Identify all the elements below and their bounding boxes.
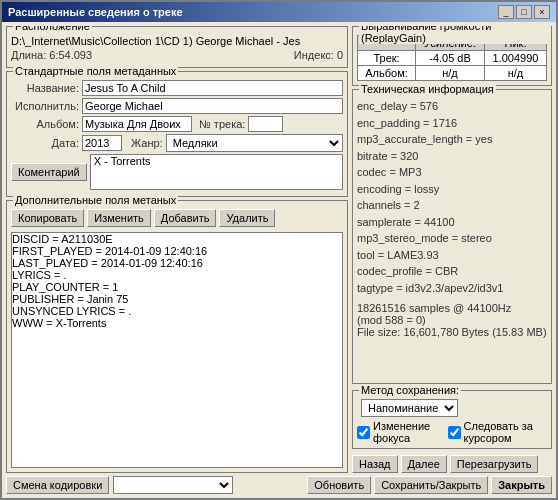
title-bar: Расширенные сведения о треке _ □ × [2,2,556,22]
rg-album-gain: н/д [416,66,485,81]
replaygain-group: Выравнивание громкости (ReplayGain) Усил… [352,26,552,86]
encoding-button[interactable]: Смена кодировки [6,476,109,494]
bottom-bar: Смена кодировки Обновить Сохранить/Закры… [6,476,552,494]
close-window-button[interactable]: Закрыть [491,476,552,494]
follow-cursor-label: Следовать за курсором [448,420,547,444]
comment-button[interactable]: Коментарий [11,163,87,181]
track-label: № трека: [199,118,245,130]
rg-track-peak: 1.004990 [484,51,546,66]
tech-info-label: Техническая информация [359,83,496,95]
location-group-label: Расположение [13,26,92,32]
copy-button[interactable]: Копировать [11,209,84,227]
date-genre-row: Дата: Жанр: Медляки [11,134,343,152]
tech-line-0: enc_delay = 576 [357,98,547,115]
replaygain-label: Выравнивание громкости (ReplayGain) [359,26,551,44]
tech-samples: 18261516 samples @ 44100Hz [357,302,547,314]
duration-label: Длина: [11,49,46,61]
artist-row: Исполнитль: [11,98,343,114]
encoding-row: Смена кодировки [6,476,233,494]
rg-track-row: Трек: -4.05 dB 1.004990 [358,51,547,66]
change-focus-text: Изменение фокуса [373,420,440,444]
window-title: Расширенные сведения о треке [8,6,183,18]
genre-label: Жанр: [131,137,163,149]
change-focus-label: Изменение фокуса [357,420,440,444]
remove-button[interactable]: Удалить [219,209,275,227]
artist-label: Исполнитль: [11,100,79,112]
tech-line-3: bitrate = 320 [357,148,547,165]
comment-textarea[interactable]: X - Torrents [90,154,343,190]
change-focus-checkbox[interactable] [357,426,370,439]
album-input[interactable] [82,116,192,132]
track-input[interactable] [248,116,283,132]
rg-track-label: Трек: [358,51,416,66]
tech-line-10: codec_profile = CBR [357,263,547,280]
rg-album-row: Альбом: н/д н/д [358,66,547,81]
left-column: Расположение D:\_Internet\Music\Collecti… [6,26,348,473]
index-label: Индекс: [294,49,334,61]
tech-info-content: enc_delay = 576 enc_padding = 1716 mp3_a… [357,98,547,296]
location-meta-row: Длина: 6:54.093 Индекс: 0 [11,49,343,61]
custom-meta-label: Дополнительные поля метаных [13,194,178,206]
standard-fields-label: Стандартные поля метаданных [13,65,178,77]
tech-extra: 18261516 samples @ 44100Hz (mod 588 = 0)… [357,302,547,338]
artist-input[interactable] [82,98,343,114]
tech-line-7: samplerate = 44100 [357,214,547,231]
bottom-row: Смена кодировки Обновить Сохранить/Закры… [6,476,552,494]
custom-meta-group: Дополнительные поля метаных Копировать И… [6,200,348,473]
main-window: Расширенные сведения о треке _ □ × Распо… [0,0,558,500]
date-input[interactable] [82,135,122,151]
save-method-label: Метод сохранения: [359,384,461,396]
save-method-row: Напоминание Всегда Никогда [357,399,547,417]
content-area: Расположение D:\_Internet\Music\Collecti… [2,22,556,498]
rg-album-peak: н/д [484,66,546,81]
tech-line-6: channels = 2 [357,197,547,214]
save-method-group: Метод сохранения: Напоминание Всегда Ник… [352,390,552,449]
edit-button[interactable]: Изменить [87,209,151,227]
tech-info-group: Техническая информация enc_delay = 576 e… [352,89,552,384]
duration-value: 6:54.093 [49,49,92,61]
name-row: Название: [11,80,343,96]
minimize-button[interactable]: _ [498,5,514,19]
top-row: Расположение D:\_Internet\Music\Collecti… [6,26,552,473]
custom-meta-textarea[interactable]: DISCID = A211030E FIRST_PLAYED = 2014-01… [11,232,343,468]
genre-select[interactable]: Медляки [166,134,343,152]
date-label: Дата: [11,137,79,149]
tech-line-2: mp3_accurate_length = yes [357,131,547,148]
nav-buttons: Назад Далее Перезагрузить [352,455,552,473]
save-method-select[interactable]: Напоминание Всегда Никогда [361,399,458,417]
comment-row: Коментарий X - Torrents [11,154,343,190]
save-close-button[interactable]: Сохранить/Закрыть [374,476,488,494]
location-path-row: D:\_Internet\Music\Collection 1\CD 1) Ge… [11,35,343,47]
back-button[interactable]: Назад [352,455,398,473]
checkbox-row: Изменение фокуса Следовать за курсором [357,420,547,444]
custom-meta-buttons: Копировать Изменить Добавить Удалить [11,209,343,227]
maximize-button[interactable]: □ [516,5,532,19]
name-input[interactable] [82,80,343,96]
follow-cursor-checkbox[interactable] [448,426,461,439]
tech-filesize: File size: 16,601,780 Bytes (15.83 MB) [357,326,547,338]
follow-cursor-text: Следовать за курсором [464,420,547,444]
standard-fields-group: Стандартные поля метаданных Название: Ис… [6,71,348,197]
tech-line-1: enc_padding = 1716 [357,115,547,132]
tech-line-8: mp3_stereo_mode = stereo [357,230,547,247]
tech-line-5: encoding = lossy [357,181,547,198]
encoding-select[interactable] [113,476,233,494]
close-button[interactable]: × [534,5,550,19]
location-group: Расположение D:\_Internet\Music\Collecti… [6,26,348,68]
tech-mod: (mod 588 = 0) [357,314,547,326]
update-button[interactable]: Обновить [307,476,371,494]
name-label: Название: [11,82,79,94]
reload-button[interactable]: Перезагрузить [450,455,539,473]
right-column: Выравнивание громкости (ReplayGain) Усил… [352,26,552,473]
add-button[interactable]: Добавить [154,209,217,227]
rg-album-label: Альбом: [358,66,416,81]
tech-line-11: tagtype = id3v2.3/apev2/id3v1 [357,280,547,297]
tech-line-9: tool = LAME3.93 [357,247,547,264]
index-value: 0 [337,49,343,61]
location-path: D:\_Internet\Music\Collection 1\CD 1) Ge… [11,35,300,47]
title-bar-buttons: _ □ × [498,5,550,19]
rg-track-gain: -4.05 dB [416,51,485,66]
album-row: Альбом: № трека: [11,116,343,132]
forward-button[interactable]: Далее [401,455,447,473]
album-label: Альбом: [11,118,79,130]
